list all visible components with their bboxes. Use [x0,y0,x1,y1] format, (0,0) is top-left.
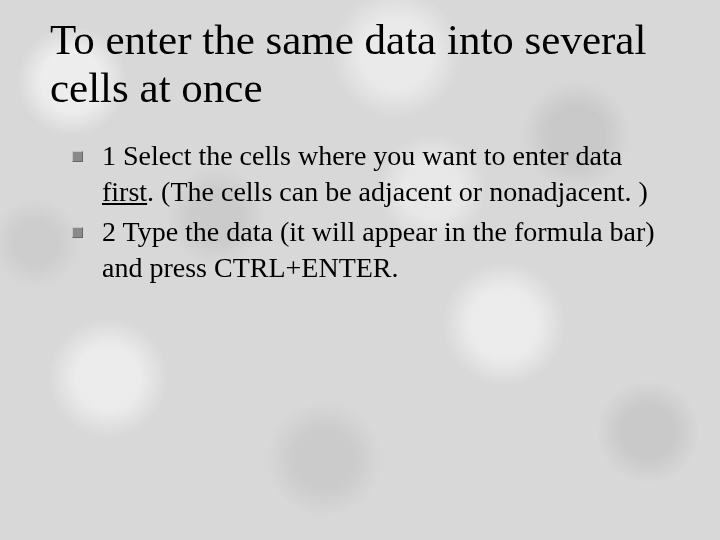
bullet-text-post: . (The cells can be adjacent or nonadjac… [147,176,648,207]
bullet-text-pre: 1 Select the cells where you want to ent… [102,140,622,171]
bullet-text-pre: 2 Type the data (it will appear in the f… [102,216,655,283]
slide: To enter the same data into several cell… [0,0,720,540]
bullet-text-underline: first [102,176,147,207]
list-item: 2 Type the data (it will appear in the f… [72,214,670,286]
bullet-list: 1 Select the cells where you want to ent… [50,138,670,285]
slide-title: To enter the same data into several cell… [50,16,670,112]
list-item: 1 Select the cells where you want to ent… [72,138,670,210]
